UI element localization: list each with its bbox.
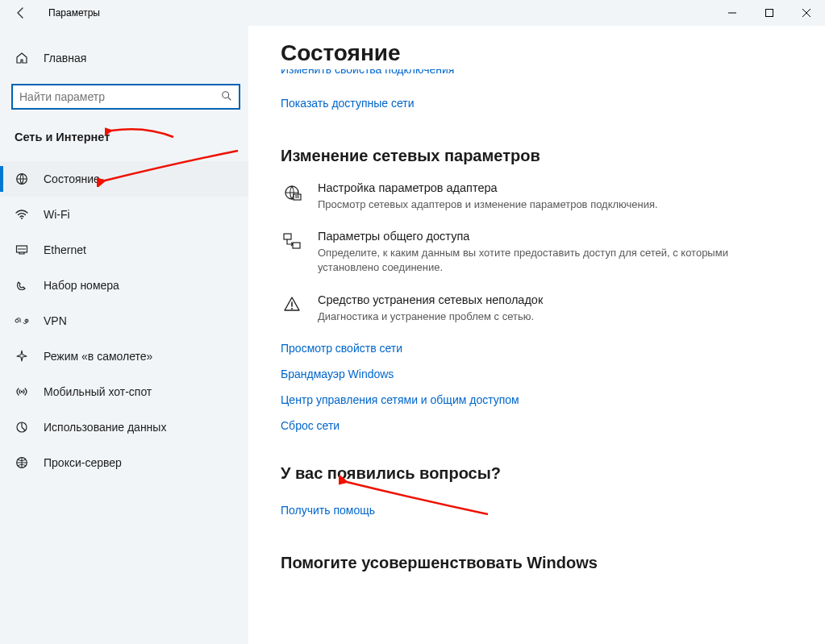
svg-rect-13 — [293, 243, 300, 248]
setting-desc: Диагностика и устранение проблем с сетью… — [318, 310, 543, 324]
setting-title: Параметры общего доступа — [318, 230, 732, 243]
sidebar-item-globe[interactable]: Состояние — [0, 161, 248, 197]
svg-point-1 — [223, 91, 229, 98]
setting-desc: Просмотр сетевых адаптеров и изменение п… — [318, 197, 658, 212]
content-pane: Состояние Изменить свойства подключения … — [248, 26, 825, 644]
svg-rect-12 — [284, 234, 291, 239]
search-box[interactable] — [11, 84, 240, 110]
back-button[interactable] — [8, 0, 34, 26]
svg-point-3 — [21, 218, 23, 219]
sidebar-item-proxy[interactable]: Прокси-сервер — [0, 445, 248, 480]
sidebar-item-label: Wi-Fi — [44, 208, 70, 221]
windows-firewall-link[interactable]: Брандмауэр Windows — [281, 368, 825, 380]
get-help-link[interactable]: Получить помощь — [281, 504, 375, 517]
sidebar-home-label: Главная — [44, 52, 86, 64]
change-connection-properties-link[interactable]: Изменить свойства подключения — [281, 69, 454, 76]
sidebar-item-label: Режим «в самолете» — [44, 350, 152, 363]
sharing-icon — [281, 230, 303, 275]
sidebar-section-label: Сеть и Интернет — [0, 116, 248, 152]
ethernet-icon — [15, 243, 29, 257]
sidebar-item-dialup[interactable]: Набор номера — [0, 268, 248, 303]
minimize-button[interactable] — [714, 0, 751, 26]
clipped-previous-link: Изменить свойства подключения — [281, 69, 825, 77]
search-icon — [221, 90, 232, 104]
troubleshoot-icon — [281, 293, 303, 324]
airplane-icon — [15, 349, 29, 364]
setting-sharing[interactable]: Параметры общего доступаОпределите, к ка… — [281, 230, 732, 275]
view-network-properties-link[interactable]: Просмотр свойств сети — [281, 342, 825, 355]
sidebar-item-label: Состояние — [44, 172, 100, 185]
page-title: Состояние — [281, 40, 825, 66]
svg-point-5 — [15, 319, 19, 322]
dialup-icon — [15, 278, 29, 293]
sidebar-item-label: Прокси-сервер — [44, 456, 122, 469]
data-icon — [15, 420, 29, 434]
network-sharing-center-link[interactable]: Центр управления сетями и общим доступом — [281, 393, 825, 406]
sidebar-item-wifi[interactable]: Wi-Fi — [0, 197, 248, 232]
sidebar-item-data[interactable]: Использование данных — [0, 409, 248, 445]
sidebar-item-label: VPN — [44, 314, 67, 327]
window-controls — [714, 0, 825, 26]
sidebar-item-ethernet[interactable]: Ethernet — [0, 232, 248, 268]
adapter-icon — [281, 181, 303, 212]
sidebar-item-label: Использование данных — [44, 421, 166, 434]
network-links-block: Просмотр свойств сетиБрандмауэр WindowsЦ… — [281, 342, 825, 432]
feedback-heading: Помогите усовершенствовать Windows — [281, 554, 825, 572]
network-reset-link[interactable]: Сброс сети — [281, 419, 825, 432]
sidebar-item-label: Набор номера — [44, 279, 119, 292]
setting-desc: Определите, к каким данным вы хотите пре… — [318, 246, 732, 275]
setting-title: Настройка параметров адаптера — [318, 181, 658, 194]
questions-heading: У вас появились вопросы? — [281, 464, 825, 483]
setting-adapter[interactable]: Настройка параметров адаптераПросмотр се… — [281, 181, 732, 212]
sidebar-home[interactable]: Главная — [0, 42, 248, 74]
svg-rect-0 — [766, 10, 773, 17]
vpn-icon — [15, 314, 29, 328]
close-button[interactable] — [788, 0, 825, 26]
change-network-settings-heading: Изменение сетевых параметров — [281, 147, 825, 165]
svg-point-14 — [291, 308, 293, 310]
hotspot-icon — [15, 384, 29, 399]
search-input[interactable] — [19, 90, 221, 103]
proxy-icon — [15, 455, 29, 470]
title-bar: Параметры — [0, 0, 825, 26]
wifi-icon — [15, 207, 29, 222]
show-available-networks-link[interactable]: Показать доступные сети — [281, 97, 415, 110]
home-icon — [15, 51, 29, 65]
sidebar-item-label: Ethernet — [44, 243, 86, 256]
sidebar-item-hotspot[interactable]: Мобильный хот-спот — [0, 374, 248, 409]
network-settings-list: Настройка параметров адаптераПросмотр се… — [281, 181, 825, 324]
window-title: Параметры — [48, 7, 100, 19]
maximize-button[interactable] — [751, 0, 788, 26]
sidebar: Главная Сеть и Интернет СостояниеWi-FiEt… — [0, 26, 248, 644]
sidebar-item-label: Мобильный хот-спот — [44, 385, 152, 398]
sidebar-nav: СостояниеWi-FiEthernetНабор номераVPNРеж… — [0, 152, 248, 480]
svg-point-7 — [21, 391, 23, 393]
sidebar-item-airplane[interactable]: Режим «в самолете» — [0, 339, 248, 374]
setting-troubleshoot[interactable]: Средство устранения сетевых неполадокДиа… — [281, 293, 732, 324]
setting-title: Средство устранения сетевых неполадок — [318, 293, 543, 306]
globe-icon — [15, 172, 29, 186]
sidebar-item-vpn[interactable]: VPN — [0, 303, 248, 339]
